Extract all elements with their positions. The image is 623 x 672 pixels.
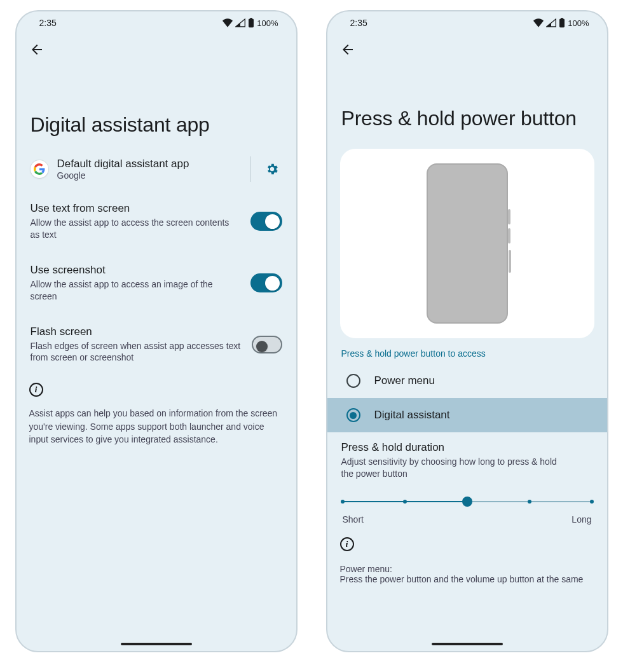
phone-screenshot-left: 2:35 100% Digital assistant app Default …	[15, 10, 298, 652]
radio-icon	[346, 374, 360, 388]
radio-icon	[346, 408, 360, 422]
svg-rect-3	[561, 18, 563, 19]
battery-percentage: 100%	[257, 18, 278, 28]
page-title: Press & hold power button	[327, 67, 607, 149]
toggle-flash-screen[interactable]	[252, 336, 282, 353]
default-app-title: Default digital assistant app	[57, 158, 241, 170]
power-menu-text: Press the power button and the volume up…	[340, 574, 594, 584]
setting-use-screenshot[interactable]: Use screenshot Allow the assist app to a…	[29, 252, 284, 314]
gear-icon	[265, 162, 279, 176]
slider-label-left: Short	[343, 514, 364, 525]
back-button[interactable]	[25, 38, 48, 61]
wifi-icon	[533, 18, 544, 27]
setting-subtitle: Flash edges of screen when assist app ac…	[31, 340, 242, 364]
divider	[250, 156, 250, 182]
settings-gear-button[interactable]	[262, 159, 282, 179]
illustration-card	[340, 149, 594, 338]
back-button[interactable]	[336, 38, 359, 61]
radio-digital-assistant[interactable]: Digital assistant	[327, 398, 607, 432]
battery-percentage: 100%	[568, 18, 589, 28]
slider-label-right: Long	[572, 514, 591, 525]
default-assistant-row[interactable]: Default digital assistant app Google	[29, 155, 284, 191]
default-app-subtitle: Google	[57, 170, 241, 181]
setting-flash-screen[interactable]: Flash screen Flash edges of screen when …	[29, 314, 284, 376]
svg-rect-2	[559, 19, 565, 28]
duration-title: Press & hold duration	[341, 441, 593, 454]
gesture-nav-bar[interactable]	[17, 643, 296, 645]
duration-subtitle: Adjust sensitivity by choosing how long …	[341, 456, 558, 480]
setting-title: Flash screen	[31, 326, 242, 338]
phone-screenshot-right: 2:35 100% Press & hold power button Pres…	[326, 10, 608, 652]
radio-label: Digital assistant	[374, 409, 450, 422]
svg-rect-0	[249, 19, 254, 28]
signal-icon	[235, 18, 245, 27]
status-bar: 2:35 100%	[17, 11, 296, 32]
phone-illustration	[427, 163, 508, 324]
radio-label: Power menu	[374, 374, 435, 387]
status-time: 2:35	[39, 18, 57, 28]
arrow-back-icon	[29, 42, 44, 57]
page-title: Digital assistant app	[17, 67, 296, 155]
wifi-icon	[222, 18, 233, 27]
info-icon: i	[340, 537, 354, 551]
status-icons: 100%	[222, 18, 278, 28]
battery-icon	[559, 18, 565, 28]
battery-icon	[248, 18, 254, 28]
duration-section: Press & hold duration Adjust sensitivity…	[340, 432, 594, 530]
signal-icon	[546, 18, 556, 27]
radio-power-menu[interactable]: Power menu	[327, 364, 607, 398]
status-bar: 2:35 100%	[327, 11, 607, 32]
setting-title: Use text from screen	[31, 202, 240, 215]
gesture-nav-bar[interactable]	[327, 643, 607, 645]
setting-subtitle: Allow the assist app to access an image …	[31, 278, 240, 303]
footer-text: Assist apps can help you based on inform…	[29, 407, 284, 446]
toggle-use-screenshot[interactable]	[250, 273, 282, 292]
status-time: 2:35	[350, 18, 367, 28]
arrow-back-icon	[340, 42, 355, 57]
setting-use-text[interactable]: Use text from screen Allow the assist ap…	[29, 191, 284, 252]
google-icon	[31, 160, 48, 178]
info-icon: i	[29, 383, 43, 397]
setting-subtitle: Allow the assist app to access the scree…	[31, 217, 240, 241]
duration-slider[interactable]	[343, 495, 592, 508]
section-header: Press & hold power button to access	[341, 348, 593, 359]
toggle-use-text[interactable]	[250, 212, 282, 231]
setting-title: Use screenshot	[31, 264, 240, 277]
svg-rect-1	[250, 18, 252, 19]
status-icons: 100%	[533, 18, 589, 28]
power-menu-header: Power menu:	[340, 564, 594, 574]
